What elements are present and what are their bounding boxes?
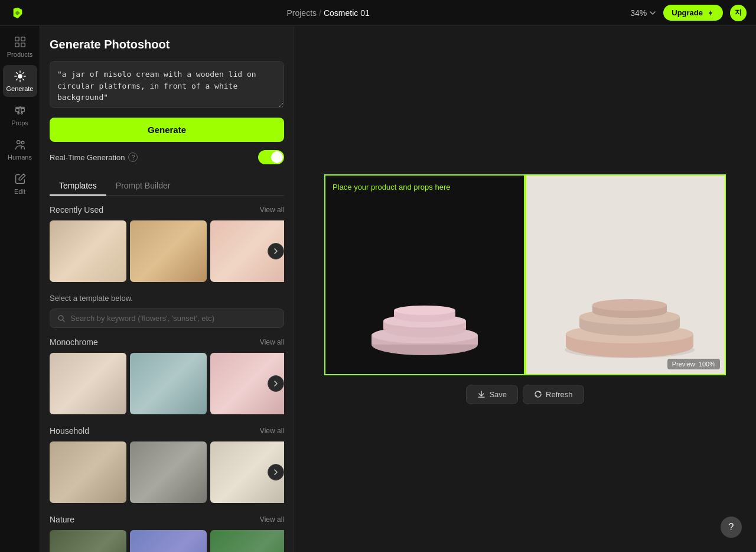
- panel-title: Generate Photoshoot: [50, 38, 284, 51]
- realtime-help-icon[interactable]: ?: [128, 152, 138, 162]
- left-panel: Generate Photoshoot "a jar of misolo cre…: [40, 26, 294, 552]
- household-thumb-1[interactable]: [50, 441, 126, 503]
- edit-icon: [14, 173, 27, 186]
- breadcrumb-projects[interactable]: Projects: [286, 8, 317, 18]
- grid-icon: [14, 35, 27, 48]
- generated-image-svg: [526, 176, 726, 375]
- product-zone[interactable]: Place your product and props here: [324, 174, 525, 375]
- upgrade-label: Upgrade: [672, 8, 703, 17]
- svg-point-10: [21, 141, 24, 144]
- tabs-row: Templates Prompt Builder: [50, 176, 284, 196]
- generated-zone: Preview: 100%: [525, 174, 726, 375]
- sidebar-label-props: Props: [11, 119, 28, 126]
- help-fab[interactable]: ?: [721, 517, 742, 538]
- sidebar-item-props[interactable]: Props: [3, 99, 37, 131]
- nature-title: Nature: [50, 515, 74, 524]
- generate-icon: [14, 70, 27, 83]
- sidebar-label-products: Products: [7, 51, 32, 58]
- monochrome-row: [50, 353, 284, 414]
- realtime-row: Real-Time Generation ?: [50, 150, 284, 164]
- svg-point-11: [58, 316, 63, 320]
- sidebar-label-edit: Edit: [14, 188, 25, 195]
- realtime-label: Real-Time Generation ?: [50, 152, 138, 162]
- refresh-icon: [534, 390, 542, 398]
- select-template-label: Select a template below.: [50, 294, 284, 303]
- svg-rect-5: [15, 108, 19, 112]
- sidebar-label-generate: Generate: [6, 85, 34, 92]
- canvas-toolbar: Save Refresh: [466, 385, 584, 404]
- monochrome-header: Monochrome View all: [50, 337, 284, 347]
- topbar-right: 34% Upgrade 지: [630, 5, 747, 21]
- app-logo[interactable]: [9, 5, 26, 21]
- breadcrumb: Projects / Cosmetic 01: [286, 8, 369, 18]
- refresh-label: Refresh: [546, 390, 573, 399]
- chevron-right-icon: [272, 248, 279, 255]
- household-next-arrow[interactable]: [268, 464, 284, 480]
- monochrome-images: [50, 353, 284, 414]
- tab-prompt-builder[interactable]: Prompt Builder: [106, 176, 180, 195]
- template-search-input[interactable]: [70, 314, 276, 323]
- sidebar-item-generate[interactable]: Generate: [3, 65, 37, 97]
- generate-button[interactable]: Generate: [50, 118, 284, 142]
- nature-thumb-2[interactable]: [130, 530, 207, 552]
- recently-used-header: Recently Used View all: [50, 205, 284, 215]
- nature-thumb-1[interactable]: [50, 530, 126, 552]
- save-icon: [477, 390, 485, 398]
- platform-svg-left: [366, 285, 484, 356]
- monochrome-next-arrow[interactable]: [268, 375, 284, 392]
- canvas-container: Place your product and props here: [324, 174, 726, 375]
- zoom-control[interactable]: 34%: [630, 8, 656, 18]
- monochrome-title: Monochrome: [50, 337, 98, 347]
- monochrome-thumb-1[interactable]: [50, 353, 126, 414]
- product-platform-left: [366, 285, 484, 356]
- props-icon: [14, 104, 27, 117]
- svg-point-7: [17, 112, 19, 114]
- svg-rect-0: [15, 37, 18, 41]
- household-row: [50, 441, 284, 503]
- main-layout: Products Generate Props: [0, 26, 756, 552]
- household-images: [50, 441, 284, 503]
- search-icon: [57, 314, 66, 323]
- nature-thumb-3[interactable]: [210, 530, 284, 552]
- chevron-right-icon: [272, 469, 279, 476]
- recently-used-thumb-1[interactable]: [50, 220, 126, 282]
- household-section: Household View all: [50, 426, 284, 503]
- recently-used-section: Recently Used View all: [50, 205, 284, 282]
- preview-badge: Preview: 100%: [667, 359, 720, 369]
- nature-row: [50, 530, 284, 552]
- svg-point-31: [592, 299, 667, 311]
- svg-point-20: [394, 306, 455, 315]
- sidebar-item-edit[interactable]: Edit: [3, 168, 37, 200]
- monochrome-thumb-2[interactable]: [130, 353, 207, 414]
- realtime-toggle[interactable]: [258, 150, 284, 164]
- sidebar-label-humans: Humans: [8, 154, 32, 161]
- nature-view-all[interactable]: View all: [260, 515, 284, 524]
- tab-templates[interactable]: Templates: [50, 176, 106, 195]
- svg-rect-3: [21, 43, 24, 47]
- recently-used-thumb-2[interactable]: [130, 220, 207, 282]
- household-view-all[interactable]: View all: [260, 427, 284, 435]
- sidebar-item-humans[interactable]: Humans: [3, 134, 37, 165]
- canvas-area: Place your product and props here: [294, 26, 756, 552]
- topbar: Projects / Cosmetic 01 34% Upgrade 지: [0, 0, 756, 26]
- svg-rect-1: [21, 37, 24, 41]
- recently-used-next-arrow[interactable]: [268, 243, 284, 259]
- nature-section: Nature View all: [50, 515, 284, 552]
- svg-point-9: [17, 141, 20, 144]
- save-button[interactable]: Save: [466, 385, 518, 404]
- sidebar-item-products[interactable]: Products: [3, 31, 37, 63]
- household-thumb-2[interactable]: [130, 441, 207, 503]
- recently-used-view-all[interactable]: View all: [260, 206, 284, 214]
- upgrade-button[interactable]: Upgrade: [663, 5, 723, 21]
- template-search-box: [50, 309, 284, 328]
- refresh-button[interactable]: Refresh: [523, 385, 584, 404]
- lightning-icon: [706, 9, 715, 17]
- monochrome-view-all[interactable]: View all: [260, 338, 284, 346]
- user-avatar[interactable]: 지: [730, 5, 747, 21]
- recently-used-images: [50, 220, 284, 282]
- nature-header: Nature View all: [50, 515, 284, 524]
- prompt-input[interactable]: "a jar of misolo cream with a wooden lid…: [50, 61, 284, 108]
- chevron-right-icon: [272, 380, 279, 387]
- breadcrumb-separator: /: [319, 8, 321, 18]
- svg-point-8: [21, 112, 22, 114]
